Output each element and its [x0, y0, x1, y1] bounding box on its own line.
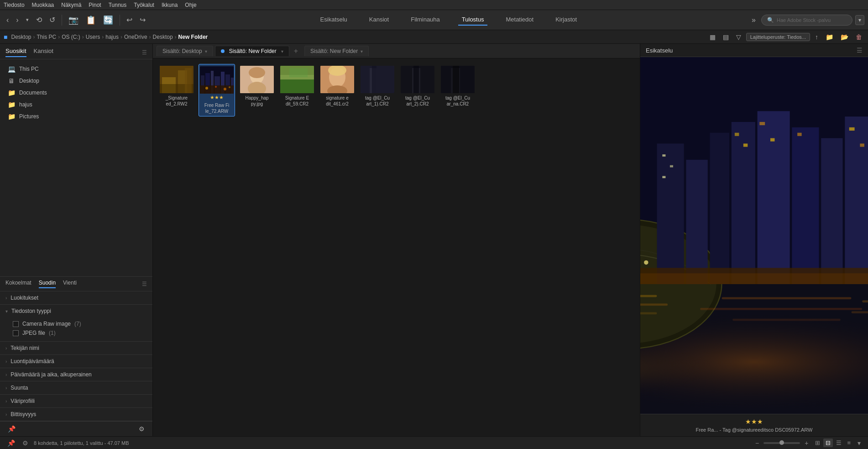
sidebar-item-hajus[interactable]: 📁 hajus — [0, 99, 152, 111]
tab-tulostus[interactable]: Tulostus — [458, 14, 488, 26]
svg-point-16 — [215, 86, 217, 88]
preview-menu-icon[interactable]: ☰ — [857, 47, 863, 54]
add-folder-button[interactable]: 📁 — [823, 32, 836, 42]
svg-rect-14 — [200, 85, 234, 94]
more-options-button[interactable]: ▾ — [856, 438, 863, 448]
filter-row-camera-raw[interactable]: Camera Raw image (7) — [13, 319, 147, 328]
breadcrumb-new-folder[interactable]: New Folder — [178, 34, 208, 40]
grid-view-icon[interactable]: ▦ — [707, 32, 718, 42]
filter-section-tiedoston-tyyppi-header[interactable]: ▾ Tiedoston tyyppi — [0, 305, 152, 317]
sidebar-item-pictures[interactable]: 📁 Pictures — [0, 111, 152, 122]
filter-section-bittisyvyys: › Bittisyvyys — [0, 408, 152, 421]
svg-rect-53 — [710, 133, 729, 284]
refresh-status-button[interactable]: ⚙ — [21, 438, 30, 448]
sidebar-tab-suosikit[interactable]: Suosikit — [5, 48, 26, 57]
filter-section-paivamaara-header[interactable]: › Päivämäärä ja aika, alkuperainen — [0, 368, 152, 381]
tab-esikatselu[interactable]: Esikatselu — [317, 14, 351, 26]
panel-tab-sisalto-new-folder2[interactable]: Sisältö: New Folder ▾ — [304, 46, 369, 56]
undo-button[interactable]: ↩ — [124, 14, 135, 26]
view-grid-small-button[interactable]: ⊟ — [823, 438, 833, 447]
file-name-free-raw: Free Raw File_72.ARW — [204, 102, 229, 114]
view-grid-large-button[interactable]: ⊞ — [813, 438, 822, 447]
file-item-tag-art1[interactable]: tag @El_Cuart_1).CR2 — [359, 64, 396, 116]
panel-tab-sisalto-desktop[interactable]: Sisältö: Desktop ▾ — [157, 46, 213, 56]
menu-ikkuna[interactable]: Ikkuna — [162, 2, 178, 8]
sidebar-tab-menu-icon[interactable]: ☰ — [142, 49, 147, 56]
redo-button[interactable]: ↪ — [137, 14, 148, 26]
breadcrumb-desktop[interactable]: Desktop — [11, 34, 31, 40]
filter-tabs: Kokoelmat Suodin Vienti ☰ — [0, 277, 152, 291]
filter-section-bittisyvyys-header[interactable]: › Bittisyvyys — [0, 408, 152, 421]
breadcrumb-os-c[interactable]: OS (C:) — [62, 34, 80, 40]
menu-pinot[interactable]: Pinot — [89, 2, 101, 8]
new-folder-button[interactable]: 📂 — [838, 32, 851, 42]
nav-rotate-button[interactable]: ↺ — [47, 14, 58, 26]
pin-status-button[interactable]: 📌 — [5, 438, 17, 448]
menu-tiedosto[interactable]: Tiedosto — [4, 2, 25, 8]
file-item-happy[interactable]: Happy_happy.jpg — [239, 64, 275, 116]
menu-tunnus[interactable]: Tunnus — [109, 2, 127, 8]
pin-button[interactable]: 📌 — [5, 424, 18, 433]
filter-tab-vienti[interactable]: Vienti — [63, 280, 77, 288]
file-item-free-raw[interactable]: ★★★ Free Raw File_72.ARW — [199, 64, 235, 116]
filter-section-variprofiili-header[interactable]: › Väriprofiili — [0, 395, 152, 407]
view-list-button[interactable]: ☰ — [834, 438, 844, 447]
sidebar-item-documents[interactable]: 📁 Documents — [0, 87, 152, 99]
more-tabs-button[interactable]: » — [749, 15, 758, 25]
nav-forward-button[interactable]: › — [13, 14, 21, 26]
sidebar-tab-kansiot[interactable]: Kansiot — [34, 48, 53, 57]
filter-icon[interactable]: ▽ — [734, 32, 743, 42]
list-view-icon[interactable]: ▤ — [721, 32, 731, 42]
file-item-tag-art2[interactable]: tag @El_Cuart_2).CR2 — [399, 64, 436, 116]
menu-ohje[interactable]: Ohje — [185, 2, 196, 8]
menu-nakyma[interactable]: Näkymä — [61, 2, 81, 8]
menu-tyokalut[interactable]: Työkalut — [134, 2, 154, 8]
filter-section-luokitukset-header[interactable]: › Luokitukset — [0, 291, 152, 304]
nav-back-button[interactable]: ‹ — [4, 14, 11, 26]
file-item-tag-ar-na[interactable]: tag @El_Cuar_na.CR2 — [439, 64, 476, 116]
nav-dropdown-button[interactable]: ▾ — [23, 15, 31, 25]
copy-button[interactable]: 📋 — [83, 13, 99, 27]
menu-muokkaa[interactable]: Muokkaa — [32, 2, 54, 8]
search-box: 🔍 Hae Adobe Stock -palvu — [761, 15, 852, 26]
file-item-sig-edit461[interactable]: signature edit_461.cr2 — [319, 64, 356, 116]
filter-tab-kokoelmat[interactable]: Kokoelmat — [5, 280, 31, 288]
breadcrumb-this-pc[interactable]: This PC — [37, 34, 57, 40]
zoom-minus-button[interactable]: − — [753, 438, 761, 448]
file-item-sig-edit59[interactable]: Signature Edit_59.CR2 — [279, 64, 315, 116]
filter-tab-menu-icon[interactable]: ☰ — [142, 281, 147, 287]
delete-button[interactable]: 🗑 — [853, 32, 864, 42]
tab-kansiot[interactable]: Kansiot — [366, 14, 392, 26]
filter-section-luontipaivamaara-header[interactable]: › Luontipäivämäärä — [0, 355, 152, 368]
filter-section-suunta-header[interactable]: › Suunta — [0, 381, 152, 394]
sidebar-settings-button[interactable]: ⚙ — [136, 424, 147, 433]
breadcrumb-hajus[interactable]: hajus — [105, 34, 119, 40]
checkbox-camera-raw[interactable] — [13, 321, 19, 327]
sidebar-item-desktop[interactable]: 🖥 Desktop — [0, 75, 152, 87]
sidebar-item-this-pc[interactable]: 💻 This PC — [0, 63, 152, 75]
chevron-luontipaivamaara: › — [5, 359, 7, 364]
breadcrumb-users[interactable]: Users — [86, 34, 100, 40]
tab-filminauha[interactable]: Filminauha — [407, 14, 444, 26]
file-item-signature-ed2[interactable]: _Signatureed_2.RW2 — [158, 64, 195, 116]
camera-button[interactable]: 📷 — [66, 13, 81, 27]
svg-rect-56 — [792, 127, 819, 284]
sort-button[interactable]: Lajitteluperuste: Tiedos... — [746, 33, 810, 41]
breadcrumb-desktop2[interactable]: Desktop — [153, 34, 173, 40]
view-detail-button[interactable]: ≡ — [845, 438, 853, 447]
tab-kirjastot[interactable]: Kirjastot — [552, 14, 580, 26]
search-dropdown-button[interactable]: ▾ — [855, 15, 864, 25]
breadcrumb-onedrive[interactable]: OneDrive — [124, 34, 147, 40]
zoom-slider[interactable] — [763, 442, 800, 444]
add-panel-tab-button[interactable]: + — [291, 46, 301, 56]
nav-history-button[interactable]: ⟲ — [33, 14, 45, 26]
panel-tab-sisalto-new-folder[interactable]: Sisältö: New Folder ▾ — [215, 46, 289, 56]
filter-tab-suodin[interactable]: Suodin — [39, 280, 56, 288]
sync-button[interactable]: 🔄 — [100, 13, 116, 27]
upload-button[interactable]: ↑ — [813, 32, 821, 42]
filter-section-tekijan-nimi-header[interactable]: › Tekijän nimi — [0, 342, 152, 354]
tab-metatiedot[interactable]: Metatiedot — [502, 14, 537, 26]
checkbox-jpeg[interactable] — [13, 330, 19, 336]
zoom-plus-button[interactable]: + — [803, 438, 810, 448]
filter-row-jpeg[interactable]: JPEG file (1) — [13, 328, 147, 338]
